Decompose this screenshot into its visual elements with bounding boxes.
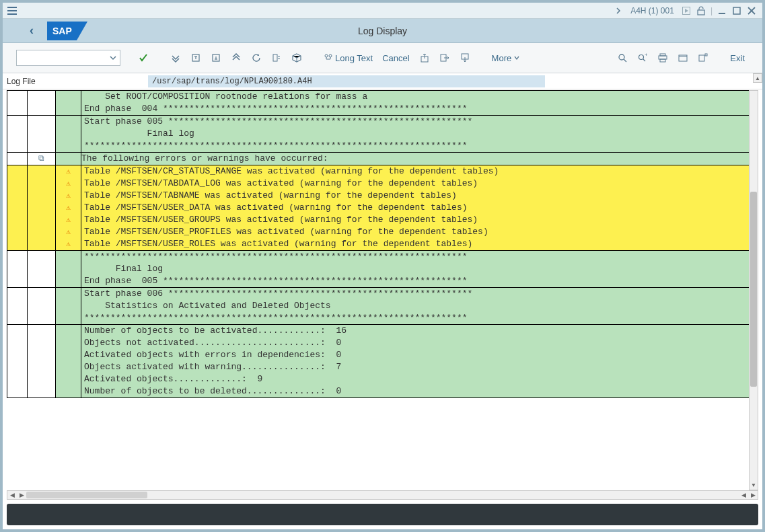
svg-rect-10: [273, 54, 277, 61]
svg-text:+: +: [645, 53, 647, 58]
new-window-icon[interactable]: [673, 48, 692, 67]
status-bar: [7, 504, 758, 525]
log-line: End phase 004 **************************…: [81, 103, 750, 115]
svg-line-19: [643, 59, 645, 61]
svg-line-17: [624, 59, 626, 62]
svg-rect-1: [698, 10, 704, 15]
log-block-end-phase-4: Set ROOT/COMPOSITION rootnode relations …: [7, 91, 750, 116]
collapse-all-icon[interactable]: [227, 48, 246, 67]
warning-icon: ⚠: [66, 190, 71, 202]
log-line: Number of objects to be activated.......…: [81, 325, 750, 337]
package-icon[interactable]: [287, 48, 306, 67]
log-file-label: Log File: [7, 77, 148, 86]
collapse-toggle-icon[interactable]: ⧉: [38, 154, 44, 163]
menu-hamburger-icon[interactable]: [4, 3, 20, 19]
log-line: Set ROOT/COMPOSITION rootnode relations …: [81, 91, 750, 103]
warning-icon: ⚠: [66, 202, 71, 214]
scroll-left-end-icon[interactable]: ◀: [739, 492, 748, 498]
refresh-icon[interactable]: [247, 48, 266, 67]
export-up-icon[interactable]: [415, 48, 434, 67]
separator: |: [711, 6, 713, 15]
log-line: ****************************************…: [81, 312, 750, 324]
svg-rect-3: [733, 7, 740, 14]
log-content-area[interactable]: Set ROOT/COMPOSITION rootnode relations …: [7, 90, 758, 490]
export-right-icon[interactable]: [435, 48, 454, 67]
log-line: Start phase 006 ************************…: [81, 288, 750, 300]
svg-rect-24: [679, 55, 687, 61]
cancel-button[interactable]: Cancel: [378, 48, 413, 67]
minimize-panel-icon[interactable]: [694, 48, 713, 67]
minimize-icon[interactable]: [717, 5, 727, 16]
log-line: Activated objects with errors in depende…: [81, 349, 750, 361]
log-block-end-phase-5: ****************************************…: [7, 251, 750, 288]
system-id-label: A4H (1) 001: [628, 6, 677, 15]
log-line: Objects not activated...................…: [81, 337, 750, 349]
long-text-button[interactable]: Long Text: [320, 48, 377, 67]
svg-rect-22: [659, 56, 667, 59]
svg-point-11: [325, 54, 328, 57]
log-file-value: /usr/sap/trans/log/NPLA900180.A4H: [148, 75, 545, 87]
log-line: Number of objects to be deleted.........…: [81, 385, 750, 397]
cancel-label: Cancel: [382, 53, 409, 63]
log-line: Table /MSFTSEN/USER_ROLES was activated …: [81, 238, 750, 250]
check-accept-icon[interactable]: [134, 48, 153, 67]
log-line: Table /MSFTSEN/TABDATA_LOG was activated…: [81, 178, 750, 190]
scroll-top-icon[interactable]: ▲: [753, 73, 762, 83]
log-line: Table /MSFTSEN/TABNAME was activated (wa…: [81, 190, 750, 202]
log-line: Table /MSFTSEN/USER_DATA was activated (…: [81, 202, 750, 214]
log-line: Table /MSFTSEN/USER_GROUPS was activated…: [81, 214, 750, 226]
log-line: Table /MSFTSEN/CR_STATUS_RANGE was activ…: [81, 165, 750, 178]
log-line: Start phase 005 ************************…: [81, 116, 750, 128]
lock-open-icon[interactable]: [696, 5, 706, 16]
scroll-right-end-icon[interactable]: ▶: [748, 492, 758, 498]
log-block-warnings: ⚠ ⚠ ⚠ ⚠ ⚠ ⚠ ⚠ Table /MSFTSEN/CR_STATUS_R…: [7, 165, 750, 251]
log-line: Activated objects.............: 9: [81, 373, 750, 385]
export-down-icon[interactable]: [456, 48, 474, 67]
log-block-start-phase-5: Start phase 005 ************************…: [7, 116, 750, 153]
more-label: More: [492, 53, 512, 63]
log-line: ****************************************…: [81, 140, 750, 152]
search-icon[interactable]: [613, 48, 632, 67]
other-log-icon[interactable]: [267, 48, 286, 67]
horizontal-scrollbar[interactable]: ◀ ▶ ◀ ▶: [7, 490, 758, 500]
maximize-icon[interactable]: [731, 5, 742, 16]
play-box-icon[interactable]: [681, 5, 692, 16]
expand-all-icon[interactable]: [166, 48, 185, 67]
chevron-right-icon[interactable]: [613, 5, 624, 16]
scrollbar-thumb[interactable]: [750, 192, 757, 387]
sap-logo-icon: SAP: [47, 22, 87, 40]
svg-rect-26: [699, 55, 704, 61]
svg-rect-27: [705, 54, 707, 56]
more-button[interactable]: More: [488, 48, 525, 67]
scroll-right-small-icon[interactable]: ▶: [17, 492, 26, 498]
log-line: Table /MSFTSEN/USER_PROFILES was activat…: [81, 226, 750, 238]
warning-icon: ⚠: [66, 226, 71, 238]
warning-icon: ⚠: [66, 214, 71, 226]
log-line: Objects activated with warning..........…: [81, 361, 750, 373]
print-icon[interactable]: [653, 48, 672, 67]
collapse-node-icon[interactable]: [186, 48, 205, 67]
long-text-label: Long Text: [335, 53, 373, 63]
log-block-errors-warnings-header: ⧉ The following errors or warnings have …: [7, 153, 750, 165]
log-block-statistics: Number of objects to be activated.......…: [7, 325, 750, 398]
scroll-left-icon[interactable]: ◀: [7, 492, 17, 498]
command-field[interactable]: [16, 50, 120, 66]
log-block-start-phase-6: Start phase 006 ************************…: [7, 288, 750, 325]
scroll-down-icon[interactable]: ▼: [750, 480, 758, 490]
svg-text:SAP: SAP: [52, 26, 72, 36]
exit-button[interactable]: Exit: [726, 48, 749, 67]
log-line: ****************************************…: [81, 251, 750, 263]
warning-icon: ⚠: [66, 238, 71, 250]
expand-node-icon[interactable]: [207, 48, 225, 67]
hscroll-thumb[interactable]: [26, 492, 147, 498]
svg-point-16: [619, 54, 624, 60]
vertical-scrollbar[interactable]: ▼: [749, 90, 758, 490]
log-line: Final log: [81, 263, 750, 275]
log-line: Statistics on Activated and Deleted Obje…: [81, 300, 750, 312]
close-icon[interactable]: [746, 5, 757, 16]
svg-rect-23: [660, 59, 665, 62]
back-button[interactable]: ‹: [30, 24, 34, 38]
svg-point-18: [639, 55, 644, 60]
log-line: End phase 005 **************************…: [81, 275, 750, 287]
search-next-icon[interactable]: +: [633, 48, 652, 67]
